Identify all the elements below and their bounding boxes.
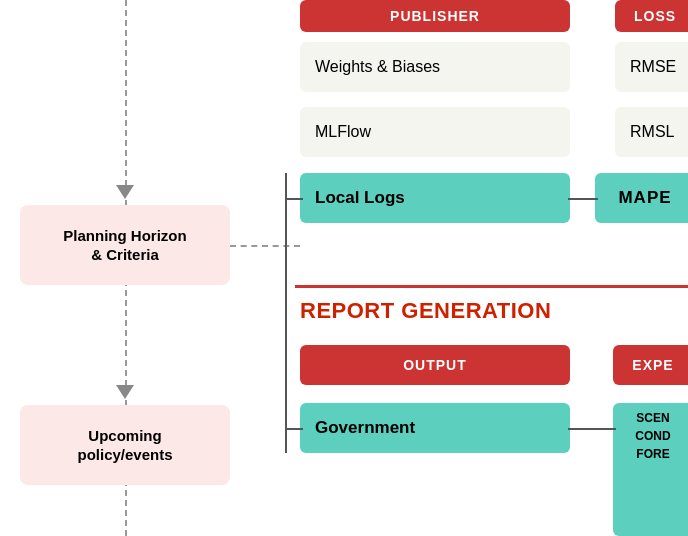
mlflow-row: MLFlow <box>300 107 570 157</box>
local-mape-connector <box>568 198 598 200</box>
rmse2-row: RMSL <box>615 107 688 157</box>
main-container: Planning Horizon& Criteria Upcomingpolic… <box>0 0 688 536</box>
dashed-horizontal-planning <box>230 245 300 247</box>
arrow-down-1 <box>116 185 134 199</box>
govt-scen-connector <box>568 428 616 430</box>
government-row: Government <box>300 403 570 453</box>
planning-horizon-label: Planning Horizon& Criteria <box>63 226 186 265</box>
right-connector-vertical <box>285 173 287 453</box>
mape-box: MAPE <box>595 173 688 223</box>
local-logs-row: Local Logs <box>300 173 570 223</box>
local-logs-bracket <box>285 198 303 200</box>
govt-bracket <box>285 428 303 430</box>
report-generation-label: REPORT GENERATION <box>300 298 551 324</box>
expe-header: EXPE <box>613 345 688 385</box>
rmse1-row: RMSE <box>615 42 688 92</box>
weights-biases-row: Weights & Biases <box>300 42 570 92</box>
output-header: OUTPUT <box>300 345 570 385</box>
upcoming-policy-box: Upcomingpolicy/events <box>20 405 230 485</box>
upcoming-policy-label: Upcomingpolicy/events <box>77 426 172 465</box>
scen-cond-fore-box: SCENCONDFORE <box>613 403 688 536</box>
planning-horizon-box: Planning Horizon& Criteria <box>20 205 230 285</box>
arrow-down-2 <box>116 385 134 399</box>
publisher-header: PUBLISHER <box>300 0 570 32</box>
loss-header: LOSS <box>615 0 688 32</box>
section-divider <box>295 285 688 288</box>
